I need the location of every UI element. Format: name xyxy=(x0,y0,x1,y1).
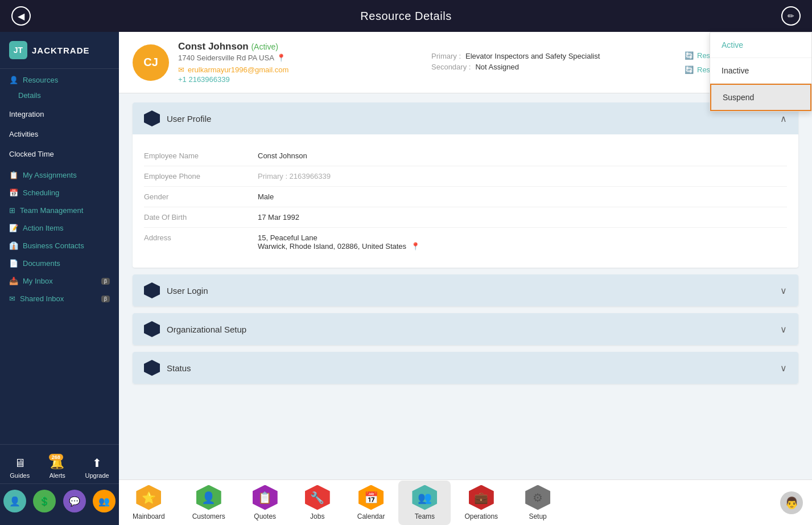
field-address: Address 15, Peaceful Lane Warwick, Rhode… xyxy=(144,228,787,256)
user-avatar[interactable]: 👨 xyxy=(780,491,803,514)
scheduling-label: Scheduling xyxy=(23,188,59,197)
status-header[interactable]: Status ∨ xyxy=(133,352,798,384)
upgrade-label: Upgrade xyxy=(85,472,109,479)
org-setup-chevron-down-icon: ∨ xyxy=(780,324,787,335)
setup-label: Setup xyxy=(529,512,546,520)
org-setup-header[interactable]: Organizational Setup ∨ xyxy=(133,313,798,345)
user-login-hex-icon xyxy=(144,282,160,298)
profile-email: ✉ erulkarmayur1996@gmail.com xyxy=(178,65,422,74)
guides-icon: 🖥 xyxy=(14,457,26,470)
main-layout: JT JACKTRADE 👤 Resources Details Integra… xyxy=(0,32,812,525)
edit-button[interactable]: ✏ xyxy=(781,6,801,26)
bottom-tabbar: ⭐ Mainboard 👤 Customers 📋 Quotes 🔧 Jobs … xyxy=(119,479,812,525)
sidebar-avatar-dollar[interactable]: 💲 xyxy=(33,490,56,512)
sidebar-item-integration[interactable]: Integration xyxy=(0,104,119,124)
sidebar-item-activities[interactable]: Activities xyxy=(0,124,119,144)
sidebar-item-documents[interactable]: 📄 Documents xyxy=(0,252,119,270)
sidebar-item-team-management[interactable]: ⊞ Team Management xyxy=(0,199,119,217)
sidebar-avatar-team[interactable]: 👥 xyxy=(93,490,116,512)
primary-role-row: Primary : Elevator Inspectors and Safety… xyxy=(431,52,675,60)
sidebar-avatar-row: 👤 💲 💬 👥 xyxy=(0,483,119,518)
action-items-icon: 📝 xyxy=(9,224,18,232)
sections-container: User Profile ∧ Employee Name Const Johns… xyxy=(119,93,812,479)
logo-text: JACKTRADE xyxy=(32,46,90,55)
reset-icon: 🔄 xyxy=(685,51,694,60)
sidebar-avatar-chat[interactable]: 💬 xyxy=(63,490,86,512)
back-button[interactable]: ◀ xyxy=(11,6,31,26)
field-gender: Gender Male xyxy=(144,187,787,207)
alerts-button[interactable]: 🔔 268 Alerts xyxy=(40,452,75,483)
mainboard-label: Mainboard xyxy=(133,512,165,520)
scheduling-icon: 📅 xyxy=(9,188,18,197)
guides-label: Guides xyxy=(10,472,30,479)
upgrade-icon: ⬆ xyxy=(92,456,102,470)
resource-label-icon: 🔄 xyxy=(685,65,694,74)
setup-icon: ⚙ xyxy=(525,485,550,510)
sidebar-avatar-person[interactable]: 👤 xyxy=(3,490,26,512)
sidebar-item-my-inbox[interactable]: 📥 My Inbox β xyxy=(0,270,119,288)
sidebar-bottom: 🖥 Guides 🔔 268 Alerts ⬆ Upgrade 👤 💲 💬 👥 xyxy=(0,444,119,525)
org-setup-title: Organizational Setup xyxy=(167,325,246,334)
tab-operations[interactable]: 💼 Operations xyxy=(451,481,512,525)
secondary-role-row: Secondary : Not Assigned xyxy=(431,63,675,71)
team-management-label: Team Management xyxy=(20,206,83,215)
sidebar-sub-details[interactable]: Details xyxy=(0,87,119,104)
sidebar-item-shared-inbox[interactable]: ✉ Shared Inbox β xyxy=(0,288,119,305)
tab-mainboard[interactable]: ⭐ Mainboard xyxy=(119,481,179,525)
my-assignments-icon: 📋 xyxy=(9,171,18,179)
guides-button[interactable]: 🖥 Guides xyxy=(1,452,39,483)
upgrade-button[interactable]: ⬆ Upgrade xyxy=(76,452,118,483)
dropdown-item-inactive[interactable]: Inactive xyxy=(710,58,811,84)
sidebar-item-clocked-time[interactable]: Clocked Time xyxy=(0,144,119,164)
tab-teams[interactable]: 👥 Teams xyxy=(398,481,451,525)
alerts-label: Alerts xyxy=(50,472,65,479)
sidebar-item-my-assignments[interactable]: 📋 My Assignments xyxy=(0,164,119,182)
field-date-of-birth: Date Of Birth 17 Mar 1992 xyxy=(144,207,787,228)
user-profile-title: User Profile xyxy=(167,114,211,124)
team-management-icon: ⊞ xyxy=(9,206,15,215)
content-area: CJ Const Johnson (Active) 1740 Seidersvi… xyxy=(119,32,812,525)
field-employee-phone: Employee Phone Primary : 2163966339 xyxy=(144,166,787,187)
profile-avatar: CJ xyxy=(133,44,169,81)
section-header-left: User Profile xyxy=(144,110,211,126)
tab-setup[interactable]: ⚙ Setup xyxy=(512,481,564,525)
my-inbox-label: My Inbox xyxy=(23,277,53,285)
dropdown-item-suspend[interactable]: Suspend xyxy=(710,84,811,111)
tab-quotes[interactable]: 📋 Quotes xyxy=(239,481,291,525)
dropdown-item-active[interactable]: Active xyxy=(710,32,811,58)
profile-contact: ✉ erulkarmayur1996@gmail.com +1 21639663… xyxy=(178,65,422,84)
documents-icon: 📄 xyxy=(9,259,18,268)
sidebar-bottom-row: 🖥 Guides 🔔 268 Alerts ⬆ Upgrade xyxy=(0,452,119,483)
clocked-time-label: Clocked Time xyxy=(9,150,54,158)
top-header: ◀ Resource Details ✏ xyxy=(0,0,812,32)
jobs-icon: 🔧 xyxy=(305,485,330,510)
quotes-icon: 📋 xyxy=(253,485,278,510)
sidebar-item-scheduling[interactable]: 📅 Scheduling xyxy=(0,182,119,199)
operations-label: Operations xyxy=(464,512,498,520)
operations-icon: 💼 xyxy=(469,485,494,510)
sidebar-item-resources[interactable]: 👤 Resources xyxy=(0,69,119,87)
status-hex-icon xyxy=(144,360,160,376)
shared-inbox-beta-badge: β xyxy=(101,296,110,302)
business-contacts-label: Business Contacts xyxy=(23,241,84,250)
sidebar-item-action-items[interactable]: 📝 Action Items xyxy=(0,217,119,235)
tab-jobs[interactable]: 🔧 Jobs xyxy=(291,481,344,525)
sidebar: JT JACKTRADE 👤 Resources Details Integra… xyxy=(0,32,119,525)
quotes-label: Quotes xyxy=(254,512,276,520)
shared-inbox-icon: ✉ xyxy=(9,294,15,303)
tab-customers[interactable]: 👤 Customers xyxy=(179,481,239,525)
user-profile-hex-icon xyxy=(144,110,160,126)
calendar-icon: 📅 xyxy=(358,485,384,510)
teams-icon: 👥 xyxy=(412,485,437,510)
action-items-label: Action Items xyxy=(23,224,64,232)
org-setup-hex-icon xyxy=(144,321,160,337)
user-profile-header[interactable]: User Profile ∧ xyxy=(133,102,798,134)
user-login-header[interactable]: User Login ∨ xyxy=(133,274,798,306)
profile-info: Const Johnson (Active) 1740 Seidersville… xyxy=(178,41,422,84)
tab-calendar[interactable]: 📅 Calendar xyxy=(344,481,399,525)
user-profile-body: Employee Name Const Johnson Employee Pho… xyxy=(133,134,798,268)
profile-header: CJ Const Johnson (Active) 1740 Seidersvi… xyxy=(119,32,812,93)
sidebar-item-business-contacts[interactable]: 👔 Business Contacts xyxy=(0,235,119,252)
profile-phone: +1 2163966339 xyxy=(178,75,422,84)
user-login-section: User Login ∨ xyxy=(133,274,798,306)
